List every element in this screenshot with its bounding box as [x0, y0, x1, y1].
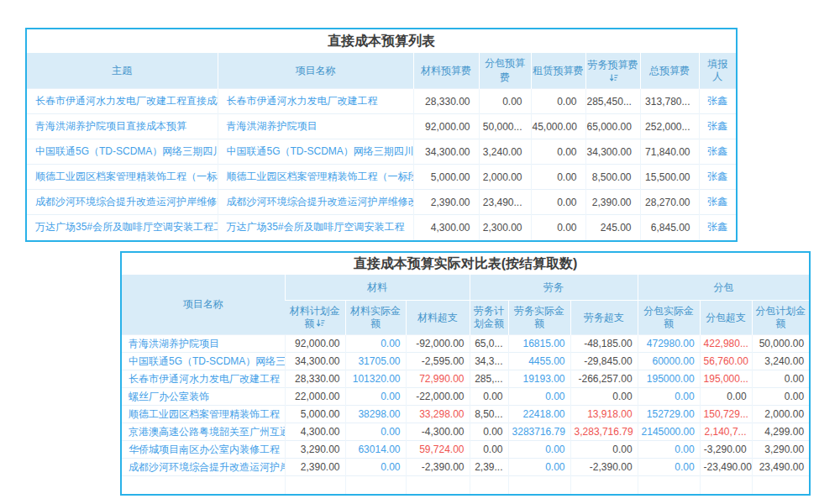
total-budget-cell: 313,780... [640, 89, 699, 114]
reporter-cell[interactable]: 张鑫 [699, 165, 736, 190]
reporter-cell[interactable]: 张鑫 [699, 190, 736, 215]
project-cell[interactable]: 京港澳高速公路粤境韶关至广州互通路面改造中 [122, 423, 285, 441]
table-row: 成都沙河环境综合提升改造运河护岸维修改造 2,390.00 0.00 -2,39… [122, 459, 809, 476]
labor-budget-cell: 8,500.00 [585, 165, 640, 190]
material-actual-cell[interactable]: 31705.00 [345, 353, 406, 370]
labor-actual-cell[interactable]: 0.00 [508, 459, 570, 476]
material-over-cell: -92,000.00 [406, 335, 470, 353]
labor-actual-cell[interactable]: 4455.00 [508, 353, 570, 370]
lease-budget-cell: 0.00 [531, 89, 585, 114]
subcontract-budget-cell: 23,490... [479, 190, 531, 215]
subject-cell[interactable]: 成都沙河环境综合提升改造运河护岸维修改... [27, 190, 218, 215]
col-header-labor-budget[interactable]: 劳务预算费 [585, 53, 640, 89]
subcontract-plan-cell: 0.00 [752, 370, 809, 388]
labor-plan-cell: 0.00 [470, 441, 508, 459]
material-actual-cell[interactable]: 63014.00 [345, 441, 406, 459]
labor-actual-cell[interactable]: 0.00 [508, 441, 570, 459]
material-budget-cell: 34,300.00 [413, 139, 479, 165]
col-header-material-plan[interactable]: 材料计划金额 [285, 301, 345, 335]
project-cell[interactable]: 华侨城项目南区办公室内装修工程 [122, 441, 285, 459]
project-cell[interactable]: 成都沙河环境综合提升改造运河护岸维修改造 [218, 190, 413, 215]
table-row: 顺德工业园区档案管理精装饰工程（一标段） 5,000.00 38298.00 3… [122, 406, 809, 423]
col-header-material-over: 材料超支 [406, 301, 470, 335]
labor-actual-cell[interactable]: 22418.00 [508, 406, 570, 423]
col-header-material-budget: 材料预算费 [413, 53, 479, 89]
subcontract-plan-cell: 4,299.00 [752, 423, 809, 441]
compare-table: 项目名称 材料 劳务 分包 材料计划金额 材料实际金额 材料超支 劳务计划金额 … [122, 275, 809, 494]
subcontract-actual-cell[interactable]: 0.00 [638, 388, 700, 406]
subject-cell[interactable]: 顺德工业园区档案管理精装饰工程（一标段... [27, 165, 218, 190]
project-cell[interactable]: 成都沙河环境综合提升改造运河护岸维修改造 [122, 459, 285, 476]
sort-descending-icon [316, 318, 325, 328]
subcontract-actual-cell[interactable]: 472980.00 [638, 335, 700, 353]
partial-row [122, 476, 809, 494]
project-cell[interactable]: 顺德工业园区档案管理精装饰工程（一标段） [122, 406, 285, 423]
reporter-cell[interactable]: 张鑫 [699, 89, 736, 114]
labor-actual-cell[interactable]: 0.00 [508, 388, 570, 406]
subcontract-actual-cell[interactable]: 0.00 [638, 459, 700, 476]
subcontract-actual-cell[interactable]: 2145000.00 [638, 423, 700, 441]
subcontract-plan-cell: 0.00 [752, 388, 809, 406]
budget-actual-compare-panel: 直接成本预算实际对比表(按结算取数) 项目名称 材料 劳务 分包 材料计划金额 … [120, 251, 811, 496]
project-cell[interactable]: 长春市伊通河水力发电厂改建工程 [122, 370, 285, 388]
material-actual-cell[interactable]: 0.00 [345, 423, 406, 441]
subcontract-actual-cell[interactable]: 195000.00 [638, 370, 700, 388]
subcontract-over-cell: 422,980... [700, 335, 752, 353]
material-actual-cell[interactable]: 38298.00 [345, 406, 406, 423]
labor-plan-cell: 8,50... [470, 406, 508, 423]
labor-actual-cell[interactable]: 19193.00 [508, 370, 570, 388]
material-budget-cell: 92,000.00 [413, 114, 479, 139]
material-actual-cell[interactable]: 0.00 [345, 388, 406, 406]
reporter-cell[interactable]: 张鑫 [699, 114, 736, 139]
project-cell[interactable]: 中国联通5G（TD-SCDMA）网络三期四川工程 [122, 353, 285, 370]
labor-budget-cell: 34,300.00 [585, 139, 640, 165]
material-actual-cell[interactable]: 0.00 [345, 459, 406, 476]
material-plan-cell: 28,330.00 [285, 370, 345, 388]
labor-plan-cell: 0.00 [470, 423, 508, 441]
col-header-project: 项目名称 [122, 275, 285, 335]
table-row: 华侨城项目南区办公室内装修工程 3,290.00 63014.00 59,724… [122, 441, 809, 459]
labor-over-cell: -2,390.00 [570, 459, 638, 476]
project-cell[interactable]: 青海洪湖养护院项目 [218, 114, 413, 139]
subcontract-over-cell: -3,290.00 [700, 441, 752, 459]
labor-actual-cell[interactable]: 16815.00 [508, 335, 570, 353]
project-cell[interactable]: 中国联通5G（TD-SCDMA）网络三期四川工程 [218, 139, 413, 165]
material-over-cell: 59,724.00 [406, 441, 470, 459]
reporter-cell[interactable]: 张鑫 [699, 139, 736, 165]
labor-over-cell: -29,845.00 [570, 353, 638, 370]
reporter-cell[interactable]: 张鑫 [699, 215, 736, 240]
project-cell[interactable]: 长春市伊通河水力发电厂改建工程 [218, 89, 413, 114]
labor-actual-cell[interactable]: 3283716.79 [508, 423, 570, 441]
subcontract-plan-cell: 3,240.00 [752, 353, 809, 370]
project-cell[interactable]: 万达广场35#会所及咖啡厅空调安装工程 [218, 215, 413, 240]
subject-cell[interactable]: 长春市伊通河水力发电厂改建工程直接成本... [27, 89, 218, 114]
col-header-labor-plan: 劳务计划金额 [470, 301, 508, 335]
material-actual-cell[interactable]: 101320.00 [345, 370, 406, 388]
material-plan-cell: 3,290.00 [285, 441, 345, 459]
subcontract-actual-cell[interactable]: 60000.00 [638, 353, 700, 370]
material-budget-cell: 4,300.00 [413, 215, 479, 240]
material-actual-cell[interactable]: 0.00 [345, 335, 406, 353]
table-row: 成都沙河环境综合提升改造运河护岸维修改... 成都沙河环境综合提升改造运河护岸维… [27, 190, 736, 215]
project-cell[interactable]: 顺德工业园区档案管理精装饰工程（一标段） [218, 165, 413, 190]
lease-budget-cell: 0.00 [531, 190, 585, 215]
labor-budget-cell: 2,390.00 [585, 190, 640, 215]
col-header-labor-actual: 劳务实际金额 [508, 301, 570, 335]
total-budget-cell: 6,845.00 [640, 215, 699, 240]
subcontract-actual-cell[interactable]: 0.00 [638, 441, 700, 459]
subcontract-actual-cell[interactable]: 152729.00 [638, 406, 700, 423]
table-row: 螺丝厂办公室装饰 22,000.00 0.00 -22,000.00 0.00 … [122, 388, 809, 406]
subcontract-plan-cell: 23,490.00 [752, 459, 809, 476]
material-plan-cell: 34,300.00 [285, 353, 345, 370]
subject-cell[interactable]: 中国联通5G（TD-SCDMA）网络三期四川... [27, 139, 218, 165]
material-budget-cell: 5,000.00 [413, 165, 479, 190]
sort-descending-icon [609, 73, 618, 82]
project-cell[interactable]: 青海洪湖养护院项目 [122, 335, 285, 353]
project-cell[interactable]: 螺丝厂办公室装饰 [122, 388, 285, 406]
subject-cell[interactable]: 青海洪湖养护院项目直接成本预算 [27, 114, 218, 139]
subject-cell[interactable]: 万达广场35#会所及咖啡厅空调安装工程工... [27, 215, 218, 240]
subcontract-plan-cell: 2,000.00 [752, 406, 809, 423]
subcontract-over-cell: 0.00 [700, 388, 752, 406]
material-over-cell: -22,000.00 [406, 388, 470, 406]
subcontract-budget-cell: 2,300.00 [479, 215, 531, 240]
